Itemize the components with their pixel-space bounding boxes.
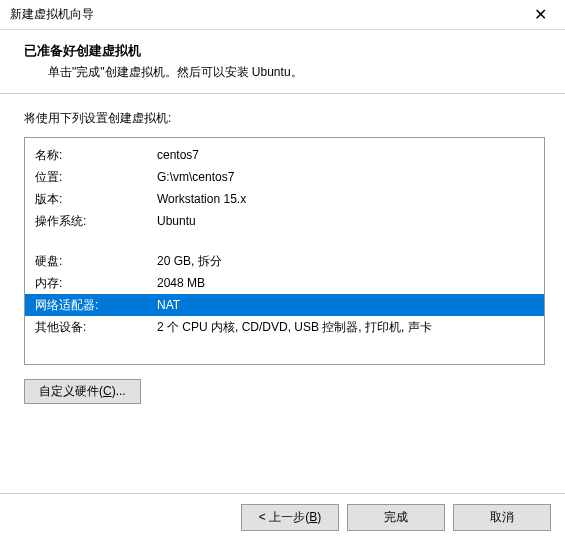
content-area: 将使用下列设置创建虚拟机: 名称: centos7 位置: G:\vm\cent… <box>0 94 565 414</box>
summary-box: 名称: centos7 位置: G:\vm\centos7 版本: Workst… <box>24 137 545 365</box>
value-version: Workstation 15.x <box>157 190 534 208</box>
label-network: 网络适配器: <box>35 296 157 314</box>
window-title: 新建虚拟机向导 <box>10 6 94 23</box>
customize-label: 自定义硬件(C)... <box>39 384 126 398</box>
back-label: < 上一步(B) <box>259 510 321 524</box>
row-disk[interactable]: 硬盘: 20 GB, 拆分 <box>25 250 544 272</box>
header-title: 已准备好创建虚拟机 <box>24 42 545 60</box>
row-location[interactable]: 位置: G:\vm\centos7 <box>25 166 544 188</box>
row-os[interactable]: 操作系统: Ubuntu <box>25 210 544 232</box>
value-other: 2 个 CPU 内核, CD/DVD, USB 控制器, 打印机, 声卡 <box>157 318 534 336</box>
finish-button[interactable]: 完成 <box>347 504 445 531</box>
settings-label: 将使用下列设置创建虚拟机: <box>24 110 545 127</box>
value-memory: 2048 MB <box>157 274 534 292</box>
footer: < 上一步(B) 完成 取消 <box>0 493 565 543</box>
customize-hardware-button[interactable]: 自定义硬件(C)... <box>24 379 141 404</box>
label-other: 其他设备: <box>35 318 157 336</box>
value-location: G:\vm\centos7 <box>157 168 534 186</box>
row-name[interactable]: 名称: centos7 <box>25 144 544 166</box>
row-version[interactable]: 版本: Workstation 15.x <box>25 188 544 210</box>
value-disk: 20 GB, 拆分 <box>157 252 534 270</box>
header-subtitle: 单击"完成"创建虚拟机。然后可以安装 Ubuntu。 <box>24 64 545 81</box>
cancel-button[interactable]: 取消 <box>453 504 551 531</box>
value-network: NAT <box>157 296 534 314</box>
row-other[interactable]: 其他设备: 2 个 CPU 内核, CD/DVD, USB 控制器, 打印机, … <box>25 316 544 338</box>
spacer <box>25 232 544 250</box>
wizard-header: 已准备好创建虚拟机 单击"完成"创建虚拟机。然后可以安装 Ubuntu。 <box>0 30 565 94</box>
label-os: 操作系统: <box>35 212 157 230</box>
label-memory: 内存: <box>35 274 157 292</box>
row-network[interactable]: 网络适配器: NAT <box>25 294 544 316</box>
back-button[interactable]: < 上一步(B) <box>241 504 339 531</box>
close-icon[interactable]: ✕ <box>526 5 555 25</box>
label-disk: 硬盘: <box>35 252 157 270</box>
label-version: 版本: <box>35 190 157 208</box>
label-location: 位置: <box>35 168 157 186</box>
value-os: Ubuntu <box>157 212 534 230</box>
value-name: centos7 <box>157 146 534 164</box>
label-name: 名称: <box>35 146 157 164</box>
titlebar: 新建虚拟机向导 ✕ <box>0 0 565 30</box>
row-memory[interactable]: 内存: 2048 MB <box>25 272 544 294</box>
